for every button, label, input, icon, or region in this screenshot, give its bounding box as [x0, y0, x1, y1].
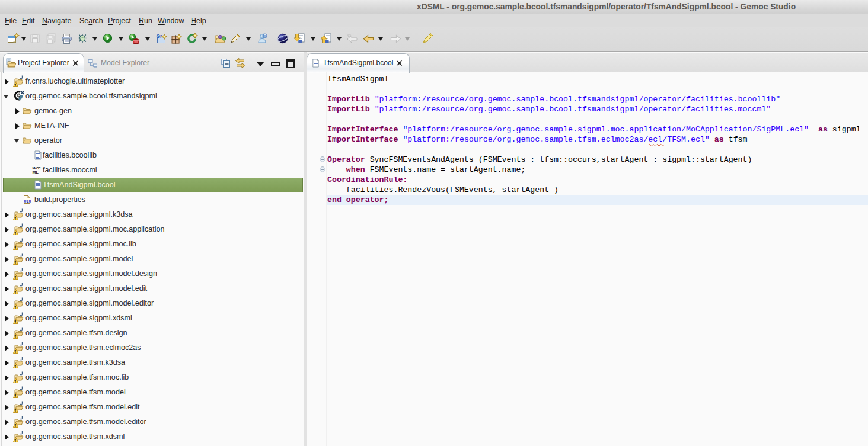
svg-text:?: ?	[264, 33, 267, 38]
